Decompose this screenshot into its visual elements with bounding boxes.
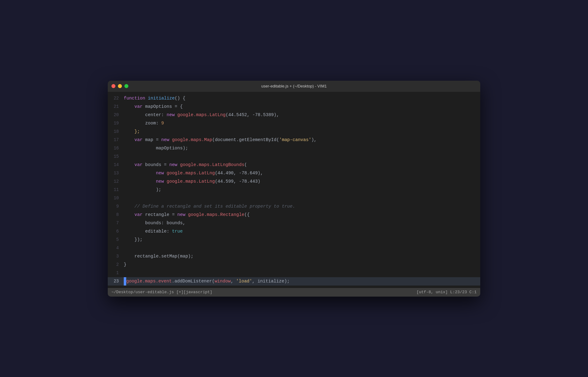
traffic-lights — [111, 84, 128, 88]
line-content-22: function initialize() { — [124, 94, 185, 103]
line-content-14: var bounds = new google.maps.LatLngBound… — [124, 161, 247, 169]
line-content-2: } — [124, 261, 127, 269]
line-content-5: }); — [124, 236, 143, 244]
line-content-20: center: new google.maps.LatLng(44.5452, … — [124, 111, 279, 119]
line-num-5: 5 — [108, 236, 124, 244]
close-button[interactable] — [111, 84, 115, 88]
code-line-3: 3 rectangle.setMap(map); — [108, 252, 480, 261]
code-line-2: 2 } — [108, 261, 480, 269]
line-num-10: 10 — [108, 194, 124, 202]
line-num-17: 17 — [108, 136, 124, 144]
line-num-20: 20 — [108, 111, 124, 119]
line-num-7: 7 — [108, 219, 124, 227]
line-num-2: 2 — [108, 261, 124, 269]
code-line-17: 17 var map = new google.maps.Map(documen… — [108, 136, 480, 144]
statusbar-left: ~/Desktop/user-editable.js [+][javascrip… — [111, 290, 212, 294]
code-editor[interactable]: 22 function initialize() { 21 var mapOpt… — [108, 92, 480, 288]
code-line-21: 21 var mapOptions = { — [108, 103, 480, 111]
code-line-19: 19 zoom: 9 — [108, 119, 480, 128]
line-content-15 — [124, 152, 127, 161]
titlebar: user-editable.js + (~/Desktop) - VIM1 — [108, 81, 480, 92]
code-line-16: 16 mapOptions); — [108, 144, 480, 152]
line-content-23: google.maps.event.addDomListener(window,… — [124, 277, 290, 286]
line-num-15: 15 — [108, 152, 124, 161]
code-line-22: 22 function initialize() { — [108, 94, 480, 103]
line-num-14: 14 — [108, 161, 124, 169]
code-line-11: 11 ); — [108, 186, 480, 194]
line-num-23: 23 — [108, 277, 124, 286]
code-line-7: 7 bounds: bounds, — [108, 219, 480, 227]
code-line-10: 10 — [108, 194, 480, 202]
line-num-1: 1 — [108, 269, 124, 277]
code-line-13: 13 new google.maps.LatLng(44.490, -78.64… — [108, 169, 480, 177]
line-num-22: 22 — [108, 94, 124, 103]
code-line-5: 5 }); — [108, 236, 480, 244]
line-content-21: var mapOptions = { — [124, 103, 183, 111]
line-content-8: var rectangle = new google.maps.Rectangl… — [124, 211, 250, 219]
code-line-8: 8 var rectangle = new google.maps.Rectan… — [108, 211, 480, 219]
line-num-19: 19 — [108, 119, 124, 128]
statusbar-right: [utf-8, unix] L:23/23 C:1 — [417, 290, 477, 294]
line-content-9: // Define a rectangle and set its editab… — [124, 202, 295, 211]
minimize-button[interactable] — [118, 84, 122, 88]
code-line-18: 18 }; — [108, 128, 480, 136]
line-content-19: zoom: 9 — [124, 119, 164, 128]
code-line-4: 4 — [108, 244, 480, 252]
code-line-12: 12 new google.maps.LatLng(44.599, -78.44… — [108, 177, 480, 186]
line-num-21: 21 — [108, 103, 124, 111]
line-num-4: 4 — [108, 244, 124, 252]
line-content-7: bounds: bounds, — [124, 219, 185, 227]
statusbar: ~/Desktop/user-editable.js [+][javascrip… — [108, 288, 480, 297]
line-num-9: 9 — [108, 202, 124, 211]
window-title: user-editable.js + (~/Desktop) - VIM1 — [261, 84, 327, 88]
line-content-16: mapOptions); — [124, 144, 188, 152]
line-content-12: new google.maps.LatLng(44.599, -78.443) — [124, 177, 260, 186]
line-num-3: 3 — [108, 252, 124, 261]
code-line-9: 9 // Define a rectangle and set its edit… — [108, 202, 480, 211]
line-num-16: 16 — [108, 144, 124, 152]
line-content-10 — [124, 194, 127, 202]
vim-window: user-editable.js + (~/Desktop) - VIM1 22… — [108, 81, 480, 297]
line-content-3: rectangle.setMap(map); — [124, 252, 193, 261]
line-num-18: 18 — [108, 128, 124, 136]
code-line-15: 15 — [108, 152, 480, 161]
line-num-8: 8 — [108, 211, 124, 219]
line-content-1 — [124, 269, 127, 277]
line-content-6: editable: true — [124, 227, 183, 236]
line-num-12: 12 — [108, 177, 124, 186]
line-num-13: 13 — [108, 169, 124, 177]
line-content-13: new google.maps.LatLng(44.490, -78.649), — [124, 169, 263, 177]
code-line-20: 20 center: new google.maps.LatLng(44.545… — [108, 111, 480, 119]
maximize-button[interactable] — [124, 84, 128, 88]
line-content-17: var map = new google.maps.Map(document.g… — [124, 136, 317, 144]
line-num-11: 11 — [108, 186, 124, 194]
code-line-6: 6 editable: true — [108, 227, 480, 236]
line-content-11: ); — [124, 186, 161, 194]
code-line-1: 1 — [108, 269, 480, 277]
line-num-6: 6 — [108, 227, 124, 236]
line-content-4 — [124, 244, 127, 252]
line-content-18: }; — [124, 128, 140, 136]
code-line-23: 23 google.maps.event.addDomListener(wind… — [108, 277, 480, 286]
code-line-14: 14 var bounds = new google.maps.LatLngBo… — [108, 161, 480, 169]
